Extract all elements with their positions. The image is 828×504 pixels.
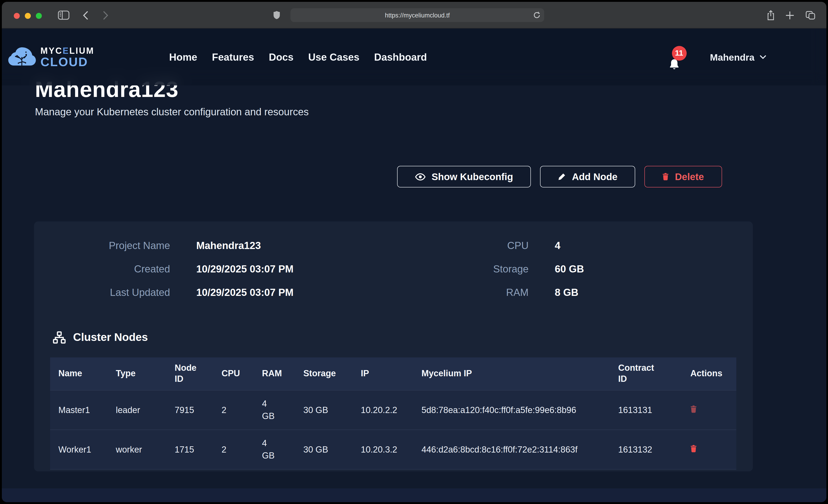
delete-label: Delete [675, 171, 704, 182]
minimize-window-icon[interactable] [25, 13, 31, 18]
cell-ram: 4 GB [254, 390, 295, 429]
cell-type: worker [108, 429, 166, 469]
reload-icon [533, 11, 540, 19]
col-ram: RAM [254, 358, 295, 390]
window-controls [14, 13, 42, 18]
detail-label: RAM [437, 286, 529, 299]
show-kubeconfig-button[interactable]: Show Kubeconfig [397, 166, 531, 187]
detail-value: Mahendra123 [196, 239, 261, 252]
share-icon [767, 10, 775, 20]
site-navbar: MYCELIUM CLOUD Home Features Docs Use Ca… [2, 29, 826, 85]
brand-text: MYCELIUM CLOUD [40, 46, 94, 68]
cell-cpu: 2 [213, 429, 254, 469]
cell-ip: 10.20.3.2 [353, 429, 413, 469]
detail-label: Created [48, 263, 170, 276]
cell-node-id: 7915 [166, 390, 213, 429]
cell-ip: 10.20.2.2 [353, 390, 413, 429]
detail-label: CPU [437, 239, 529, 252]
notifications-button[interactable]: 11 [668, 58, 680, 71]
delete-cluster-button[interactable]: Delete [645, 166, 722, 187]
shield-icon [273, 10, 280, 20]
details-left-column: Project Name Mahendra123 Created 10/29/2… [48, 239, 293, 310]
brand-word-mycelium: MYCELIUM [40, 46, 94, 55]
detail-label: Storage [437, 263, 529, 276]
show-kubeconfig-label: Show Kubeconfig [431, 171, 513, 182]
delete-node-button[interactable] [690, 405, 697, 413]
cell-name: Master1 [50, 390, 108, 429]
cluster-nodes-table: Name Type Node ID CPU RAM Storage IP Myc… [50, 358, 736, 469]
col-type: Type [108, 358, 166, 390]
back-button[interactable] [83, 2, 88, 29]
browser-toolbar: https://myceliumcloud.tf [2, 2, 826, 29]
nav-links: Home Features Docs Use Cases Dashboard [169, 29, 427, 85]
cell-contract-id: 1613132 [610, 429, 682, 469]
brand-word-cloud: CLOUD [40, 56, 94, 68]
page-content: Mahendra123 Manage your Kubernetes clust… [2, 29, 826, 502]
share-button[interactable] [767, 2, 775, 29]
tab-overview-button[interactable] [805, 2, 815, 29]
col-cpu: CPU [213, 358, 254, 390]
user-menu[interactable]: Mahendra [710, 29, 766, 85]
nav-item-features[interactable]: Features [212, 51, 254, 63]
col-contract-id: Contract ID [610, 358, 682, 390]
new-tab-button[interactable] [785, 2, 794, 29]
cluster-nodes-title: Cluster Nodes [73, 331, 148, 344]
cell-actions [682, 390, 736, 429]
sidebar-icon [58, 10, 70, 20]
detail-label: Last Updated [48, 286, 170, 299]
cloud-logo-icon [8, 46, 36, 68]
detail-value: 8 GB [555, 286, 578, 299]
reload-button[interactable] [533, 8, 540, 22]
col-mycelium-ip: Mycelium IP [413, 358, 610, 390]
notification-badge: 11 [672, 46, 687, 60]
plus-icon [785, 11, 794, 19]
detail-row-cpu: CPU 4 [437, 239, 584, 252]
chevron-down-icon [759, 55, 766, 59]
nav-item-use-cases[interactable]: Use Cases [308, 51, 360, 63]
cell-mycelium-ip: 5d8:78ea:a120:f40c:ff0f:a5fe:99e6:8b96 [413, 390, 610, 429]
add-node-label: Add Node [572, 171, 618, 182]
detail-value: 4 [555, 239, 561, 252]
trash-icon [663, 173, 669, 180]
col-ip: IP [353, 358, 413, 390]
nav-item-docs[interactable]: Docs [269, 51, 294, 63]
cluster-nodes-header: Cluster Nodes [53, 331, 148, 344]
browser-window: https://myceliumcloud.tf Mahendra123 Man… [2, 2, 826, 502]
cluster-actions: Show Kubeconfig Add Node Delete [397, 166, 722, 187]
cell-contract-id: 1613131 [610, 390, 682, 429]
address-bar[interactable]: https://myceliumcloud.tf [290, 8, 544, 22]
cell-storage: 30 GB [295, 390, 353, 429]
zoom-window-icon[interactable] [36, 13, 42, 18]
cell-name: Worker1 [50, 429, 108, 469]
table-row-worker1: Worker1 worker 1715 2 4 GB 30 GB 10.20.3… [50, 429, 736, 469]
page-subtitle: Manage your Kubernetes cluster configura… [35, 106, 308, 118]
nav-item-home[interactable]: Home [169, 51, 197, 63]
brand-logo[interactable]: MYCELIUM CLOUD [8, 46, 94, 68]
cell-type: leader [108, 390, 166, 429]
col-storage: Storage [295, 358, 353, 390]
detail-row-project-name: Project Name Mahendra123 [48, 239, 293, 252]
user-name: Mahendra [710, 52, 754, 63]
table-header-row: Name Type Node ID CPU RAM Storage IP Myc… [50, 358, 736, 390]
sidebar-toggle-button[interactable] [58, 2, 70, 29]
forward-icon [103, 11, 109, 19]
close-window-icon[interactable] [14, 13, 20, 18]
add-node-button[interactable]: Add Node [540, 166, 635, 187]
trash-icon [690, 405, 697, 413]
cell-actions [682, 429, 736, 469]
detail-row-ram: RAM 8 GB [437, 286, 584, 299]
forward-button[interactable] [103, 2, 109, 29]
screen: https://myceliumcloud.tf Mahendra123 Man… [0, 0, 828, 504]
url-text: https://myceliumcloud.tf [385, 12, 450, 18]
privacy-shield-button[interactable] [273, 2, 280, 29]
nav-item-dashboard[interactable]: Dashboard [374, 51, 427, 63]
network-nodes-icon [53, 331, 66, 343]
cell-mycelium-ip: 446:d2a6:8bcd:8c16:ff0f:72e2:3114:863f [413, 429, 610, 469]
tabs-icon [805, 11, 815, 19]
detail-value: 60 GB [555, 263, 584, 276]
footer-strip [2, 489, 826, 502]
detail-value: 10/29/2025 03:07 PM [196, 286, 293, 299]
cluster-details-panel: Project Name Mahendra123 Created 10/29/2… [34, 221, 753, 471]
detail-row-storage: Storage 60 GB [437, 263, 584, 276]
delete-node-button[interactable] [690, 445, 697, 452]
